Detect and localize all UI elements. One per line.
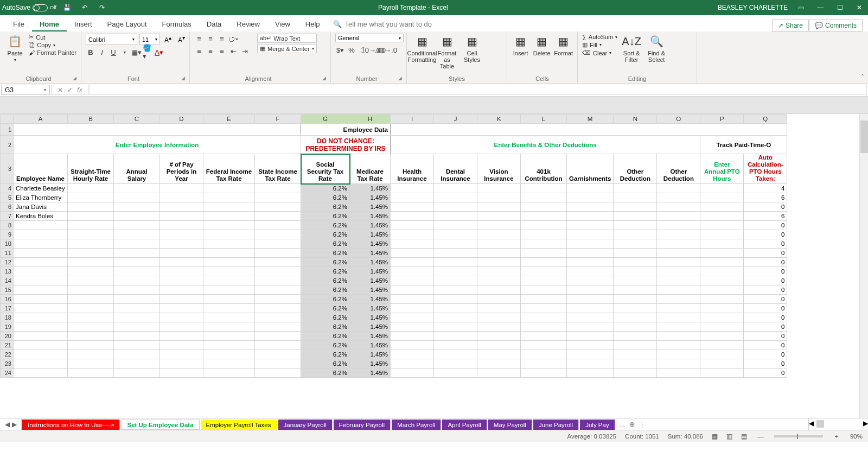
column-header-B[interactable]: B: [68, 115, 114, 124]
column-header-G[interactable]: G: [301, 115, 350, 124]
cell[interactable]: [255, 249, 301, 258]
cell[interactable]: [14, 258, 68, 267]
cell[interactable]: [14, 313, 68, 322]
cell[interactable]: [160, 322, 203, 332]
cell[interactable]: 0: [744, 258, 787, 267]
cell[interactable]: [567, 184, 614, 193]
row-header-3[interactable]: 3: [1, 154, 14, 184]
cell[interactable]: [391, 341, 434, 350]
cell[interactable]: [567, 341, 614, 350]
cell[interactable]: DO NOT CHANGE: PREDETERMINED BY IRS: [301, 136, 391, 154]
cell[interactable]: [657, 313, 700, 322]
cell[interactable]: [14, 369, 68, 378]
cell[interactable]: [521, 332, 567, 341]
cell[interactable]: [114, 350, 160, 359]
ribbon-tab-page-layout[interactable]: Page Layout: [100, 17, 155, 31]
cell[interactable]: 1.45%: [350, 359, 391, 369]
cell[interactable]: State Income Tax Rate: [255, 154, 301, 184]
zoom-in-icon[interactable]: +: [832, 433, 841, 440]
cell[interactable]: 6.2%: [301, 249, 350, 258]
cell[interactable]: [114, 332, 160, 341]
cell[interactable]: [68, 332, 114, 341]
row-header-22[interactable]: 22: [1, 350, 14, 359]
row-header-11[interactable]: 11: [1, 249, 14, 258]
cell[interactable]: [477, 350, 521, 359]
cell[interactable]: [434, 184, 477, 193]
column-header-E[interactable]: E: [203, 115, 255, 124]
ribbon-tab-insert[interactable]: Insert: [67, 17, 100, 31]
cell[interactable]: 1.45%: [350, 239, 391, 249]
row-header-7[interactable]: 7: [1, 212, 14, 221]
cell[interactable]: 0: [744, 350, 787, 359]
cell[interactable]: [255, 313, 301, 322]
tab-nav-prev-icon[interactable]: ◀: [5, 421, 10, 428]
cell[interactable]: [434, 212, 477, 221]
cell[interactable]: [657, 239, 700, 249]
cell[interactable]: [657, 212, 700, 221]
formula-input[interactable]: [89, 85, 867, 95]
cell[interactable]: [255, 276, 301, 285]
cell[interactable]: [203, 221, 255, 230]
cell[interactable]: [521, 276, 567, 285]
cell[interactable]: [434, 193, 477, 202]
cell[interactable]: [391, 212, 434, 221]
cell[interactable]: [477, 258, 521, 267]
cell[interactable]: [114, 359, 160, 369]
cell[interactable]: [614, 322, 657, 332]
cell[interactable]: 6: [744, 193, 787, 202]
dialog-launcher-icon[interactable]: ◢: [73, 75, 76, 81]
scroll-thumb[interactable]: [816, 420, 824, 428]
cell[interactable]: [114, 322, 160, 332]
cell[interactable]: [391, 230, 434, 239]
collapse-ribbon-icon[interactable]: ˄: [857, 31, 868, 83]
cell[interactable]: 6.2%: [301, 276, 350, 285]
cell[interactable]: [477, 184, 521, 193]
sheet-tab[interactable]: March Payroll: [392, 420, 441, 430]
cell[interactable]: [203, 276, 255, 285]
sheet-tab[interactable]: June Payroll: [533, 420, 579, 430]
ribbon-tab-file[interactable]: File: [5, 17, 32, 31]
cell[interactable]: [521, 249, 567, 258]
cell[interactable]: [700, 193, 744, 202]
cell[interactable]: [255, 221, 301, 230]
cell[interactable]: [477, 202, 521, 212]
align-center-icon[interactable]: ≡: [206, 46, 215, 56]
column-header-J[interactable]: J: [434, 115, 477, 124]
cell[interactable]: [255, 359, 301, 369]
cell[interactable]: [68, 212, 114, 221]
cell[interactable]: [203, 212, 255, 221]
cell[interactable]: [567, 267, 614, 276]
sheet-tab[interactable]: Employer Payroll Taxes: [201, 420, 277, 430]
cell[interactable]: [434, 369, 477, 378]
cell[interactable]: [614, 341, 657, 350]
cell[interactable]: [114, 258, 160, 267]
cell[interactable]: 6.2%: [301, 313, 350, 322]
cell[interactable]: [521, 322, 567, 332]
cell[interactable]: [567, 304, 614, 313]
cell[interactable]: [614, 304, 657, 313]
cell[interactable]: [477, 322, 521, 332]
cell[interactable]: [255, 239, 301, 249]
cell[interactable]: [567, 221, 614, 230]
cell[interactable]: [477, 221, 521, 230]
cell[interactable]: [14, 267, 68, 276]
align-right-icon[interactable]: ≡: [217, 46, 227, 56]
cell[interactable]: 1.45%: [350, 267, 391, 276]
view-layout-icon[interactable]: ▥: [726, 433, 732, 440]
cell[interactable]: [114, 193, 160, 202]
cell[interactable]: [700, 359, 744, 369]
cell[interactable]: [657, 304, 700, 313]
cell[interactable]: 6.2%: [301, 350, 350, 359]
cell[interactable]: [567, 258, 614, 267]
cell[interactable]: [114, 313, 160, 322]
cell[interactable]: [255, 332, 301, 341]
row-header-9[interactable]: 9: [1, 230, 14, 239]
cell[interactable]: Employee Name: [14, 154, 68, 184]
cell[interactable]: 6.2%: [301, 304, 350, 313]
cut-button[interactable]: ✂Cut: [29, 34, 76, 41]
column-header-I[interactable]: I: [391, 115, 434, 124]
cancel-formula-icon[interactable]: ✕: [58, 86, 63, 94]
cell[interactable]: [203, 332, 255, 341]
cell[interactable]: [700, 304, 744, 313]
cell[interactable]: [160, 202, 203, 212]
